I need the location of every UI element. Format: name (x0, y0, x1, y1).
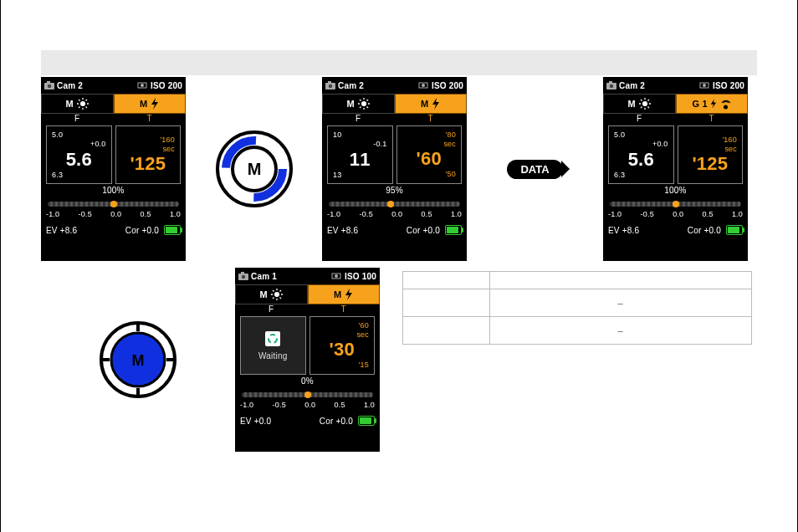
lightmeter-screen-c: Cam 2 ISO 200 M G 1 FT 5.0 (603, 77, 748, 261)
shutter-panel[interactable]: '160 sec '125 (115, 125, 182, 184)
svg-line-65 (273, 290, 274, 292)
table-cell: – (489, 289, 751, 317)
svg-rect-1 (47, 81, 50, 84)
table-cell: – (489, 317, 751, 345)
svg-point-4 (141, 84, 144, 87)
sun-icon (358, 98, 370, 110)
spinner-icon (267, 333, 279, 345)
aperture-value: 5.6 (66, 149, 92, 171)
aperture-panel[interactable]: 5.0 +0.0 5.6 6.3 (608, 125, 674, 184)
svg-line-66 (279, 298, 281, 299)
ev-slider[interactable] (242, 391, 373, 399)
bracket-icon (137, 82, 147, 89)
svg-line-43 (641, 100, 642, 101)
mode-flash[interactable]: M (114, 94, 187, 114)
svg-point-38 (642, 101, 647, 106)
battery-icon (358, 416, 375, 426)
measure-dial-ring[interactable]: M (214, 129, 294, 209)
svg-point-35 (610, 84, 613, 88)
flash-icon (345, 289, 353, 300)
svg-line-12 (85, 100, 87, 101)
flash-icon (432, 98, 440, 110)
f-label: F (41, 114, 114, 125)
bracket-icon (331, 273, 341, 279)
mode-flash-radio[interactable]: G 1 (676, 94, 749, 114)
svg-point-37 (703, 84, 706, 87)
svg-line-44 (647, 107, 649, 109)
svg-line-46 (641, 107, 642, 109)
data-badge: DATA (507, 160, 562, 179)
mode-flash[interactable]: M (308, 284, 381, 304)
svg-line-29 (366, 107, 368, 109)
svg-line-11 (85, 107, 87, 109)
battery-icon (726, 225, 743, 235)
svg-line-28 (360, 100, 361, 101)
bracket-icon (699, 82, 709, 89)
mode-ambient[interactable]: M (603, 94, 676, 114)
svg-point-70 (269, 335, 277, 343)
svg-marker-14 (151, 98, 158, 110)
sun-icon (271, 289, 283, 300)
battery-icon (164, 225, 181, 235)
battery-icon (445, 225, 462, 235)
svg-point-48 (724, 105, 728, 110)
lightmeter-screen-d: Cam 1 ISO 100 M M FT Waiting '60 sec (235, 268, 380, 452)
measure-dial-solid[interactable]: M (98, 320, 178, 400)
svg-line-67 (279, 290, 281, 292)
svg-marker-32 (432, 98, 439, 110)
flash-icon (151, 98, 159, 110)
shutter-panel[interactable]: '80 sec '60 '50 (396, 125, 463, 184)
svg-line-31 (360, 107, 361, 109)
svg-rect-34 (609, 81, 612, 84)
svg-rect-19 (328, 81, 331, 84)
svg-point-22 (422, 84, 425, 87)
sun-icon (77, 98, 89, 110)
camera-icon (325, 81, 335, 90)
iso-label: ISO 200 (151, 81, 182, 90)
lightmeter-screen-a: Cam 2 ISO 200 M M FT 5.0 +0.0 5.6 6.3 (41, 77, 186, 261)
camera-icon (606, 81, 616, 90)
waiting-panel: Waiting (240, 316, 306, 375)
flash-percent: 100% (41, 186, 186, 195)
svg-point-20 (329, 84, 332, 88)
mode-ambient[interactable]: M (235, 284, 308, 304)
shutter-value: '125 (130, 153, 166, 175)
svg-marker-69 (345, 289, 352, 300)
aperture-panel[interactable]: 10 -0.1 11 13 (327, 125, 393, 184)
shutter-panel[interactable]: '60 sec '30 '15 (309, 316, 376, 375)
svg-point-23 (361, 101, 366, 106)
ev-slider[interactable] (48, 200, 179, 208)
ev-value: EV +8.6 (46, 226, 77, 235)
svg-point-59 (335, 274, 338, 278)
svg-line-30 (366, 100, 368, 101)
svg-point-5 (80, 101, 85, 106)
mode-flash[interactable]: M (395, 94, 468, 114)
svg-point-57 (242, 275, 245, 279)
mode-ambient[interactable]: M (322, 94, 395, 114)
lightmeter-screen-b: Cam 2 ISO 200 M M FT 10 -0.1 11 13 (322, 77, 467, 261)
cor-value: Cor +0.0 (125, 226, 159, 235)
ev-slider[interactable] (610, 200, 741, 208)
svg-line-45 (647, 100, 649, 101)
sun-icon (639, 98, 651, 110)
svg-line-13 (79, 107, 80, 109)
flash-icon (710, 99, 717, 109)
mode-ambient[interactable]: M (41, 94, 114, 114)
info-table: – – (402, 271, 752, 345)
camera-label: Cam 2 (57, 81, 83, 90)
t-label: T (114, 114, 187, 125)
bracket-icon (418, 82, 428, 89)
camera-icon (238, 272, 248, 280)
svg-rect-56 (241, 272, 244, 274)
shutter-panel[interactable]: '160 sec '125 (678, 125, 744, 184)
svg-marker-47 (711, 99, 716, 108)
aperture-panel[interactable]: 5.0 +0.0 5.6 6.3 (46, 125, 112, 184)
radio-icon (721, 98, 731, 110)
svg-line-68 (273, 298, 274, 299)
ev-slider[interactable] (329, 200, 460, 208)
svg-point-2 (48, 84, 51, 88)
svg-line-10 (79, 100, 80, 101)
dial-letter: M (132, 352, 145, 369)
svg-point-60 (274, 292, 279, 297)
camera-icon (44, 81, 54, 90)
